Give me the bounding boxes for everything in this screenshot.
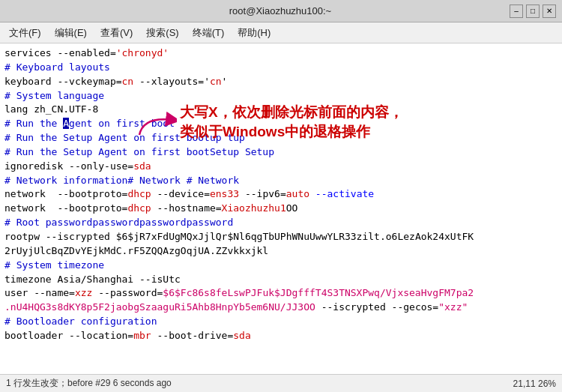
- minimize-button[interactable]: –: [510, 4, 523, 18]
- status-bar: 1 行发生改变；before #29 6 seconds ago 21,11 2…: [0, 374, 562, 392]
- terminal-line: user --name=xzz --password=$6$Fc86s8feLs…: [4, 286, 558, 301]
- status-left: 1 行发生改变；before #29 6 seconds ago: [6, 377, 172, 390]
- window-title: root@Xiaozhuzhu100:~: [51, 5, 510, 16]
- terminal-line: # Bootloader configuration: [4, 315, 558, 329]
- status-right: 21,11 26%: [513, 379, 556, 389]
- terminal-line: # Run the Setup Agent on first bootSetup…: [4, 145, 558, 160]
- window-controls: – □ ✕: [510, 4, 556, 18]
- terminal-line: # System timezone: [4, 259, 558, 273]
- terminal-line: 2rUyjUlcBqZDvYEjkMdC.rF5ZQQAzgOqjUA.ZZvk…: [4, 244, 558, 259]
- close-button[interactable]: ✕: [543, 4, 556, 18]
- terminal-line: # Network information# Network # Network: [4, 174, 558, 188]
- arrow-icon: [136, 109, 177, 139]
- menu-terminal[interactable]: 终端(T): [187, 25, 231, 41]
- terminal-line: # System language: [4, 89, 558, 103]
- terminal-line: network --bootproto=dhcp --device=ens33 …: [4, 187, 558, 202]
- terminal-line: timezone Asia/Shanghai --isUtc: [4, 273, 558, 287]
- terminal-line: ignoredisk --only-use=sda: [4, 160, 558, 174]
- maximize-button[interactable]: □: [526, 4, 540, 18]
- cursor-highlight: A: [63, 118, 69, 129]
- terminal-line: network --bootproto=dhcp --hostname=Xiao…: [4, 202, 558, 216]
- menu-view[interactable]: 查看(V): [94, 25, 139, 41]
- terminal-line: services --enabled='chronyd': [4, 46, 558, 61]
- terminal-output[interactable]: services --enabled='chronyd'# Keyboard l…: [0, 43, 562, 374]
- menu-help[interactable]: 帮助(H): [232, 25, 277, 41]
- terminal-line: # Root passwordpasswordpasswordpassword: [4, 216, 558, 230]
- menu-file[interactable]: 文件(F): [3, 25, 47, 41]
- terminal-line: keyboard --vckeymap=cn --xlayouts='cn': [4, 75, 558, 89]
- menu-bar: 文件(F) 编辑(E) 查看(V) 搜索(S) 终端(T) 帮助(H): [0, 22, 562, 43]
- terminal-line: rootpw --iscrypted $6$jR7xFdUgMQxJjlQr$N…: [4, 230, 558, 244]
- title-bar: root@Xiaozhuzhu100:~ – □ ✕: [0, 0, 562, 22]
- callout: 大写X，依次删除光标前面的内容，类似于Windows中的退格操作: [136, 103, 403, 141]
- terminal-line: # Keyboard layouts: [4, 61, 558, 75]
- terminal-line: bootloader --location=mbr --boot-drive=s…: [4, 329, 558, 343]
- menu-edit[interactable]: 编辑(E): [49, 25, 93, 41]
- callout-text: 大写X，依次删除光标前面的内容，类似于Windows中的退格操作: [180, 103, 403, 141]
- menu-search[interactable]: 搜索(S): [140, 25, 184, 41]
- terminal-line: .nU4HQG3s8dKY8p5F2jaobgSzaaguRi5Ahb8HnpY…: [4, 301, 558, 315]
